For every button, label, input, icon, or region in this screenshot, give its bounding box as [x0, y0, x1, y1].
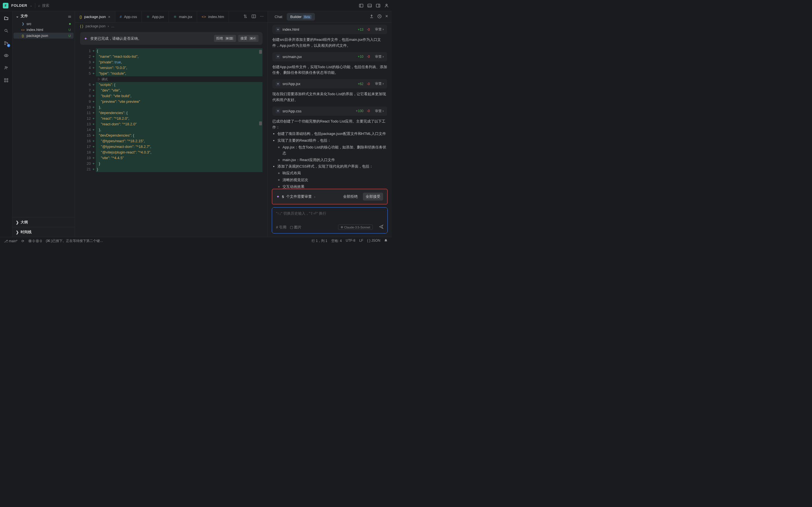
separator — [35, 3, 35, 8]
tab-builder[interactable]: BuilderBeta — [287, 13, 315, 20]
folder-name[interactable]: FOLDER — [11, 3, 27, 8]
svg-point-7 — [5, 29, 7, 32]
language-indicator[interactable]: { } JSON — [367, 238, 380, 243]
svg-rect-4 — [376, 4, 380, 7]
tree-row-index.html[interactable]: <>index.htmlU — [13, 27, 73, 33]
tab-App.css[interactable]: #App.css — [115, 11, 142, 22]
svg-rect-16 — [7, 78, 8, 80]
review-link[interactable]: 审查 › — [375, 54, 384, 59]
svg-rect-18 — [7, 81, 8, 82]
review-link[interactable]: 审查 › — [375, 81, 384, 86]
review-label: 个文件需要审查 — [286, 194, 312, 199]
statusbar: ⎇ main* ⟳ ✕0 !0 (⌘;)已按下。正在等待按下第二个键… 行 1，… — [0, 237, 392, 245]
more-icon[interactable]: ⋯ — [260, 14, 264, 19]
indent-indicator[interactable]: 空格: 4 — [331, 238, 342, 243]
branch-indicator[interactable]: ⎇ main* — [4, 239, 17, 243]
breadcrumb[interactable]: { } package.json›… — [75, 22, 267, 30]
file-card[interactable]: +src/main.jsx+10-0审查 › — [272, 52, 387, 61]
users-icon[interactable] — [3, 65, 9, 71]
search-placeholder: 搜索 — [42, 3, 49, 8]
tab-main.jsx[interactable]: ⚛main.jsx — [169, 11, 197, 22]
svg-point-10 — [4, 44, 6, 45]
panel-left-icon[interactable] — [359, 3, 363, 8]
eye-icon[interactable] — [3, 52, 9, 59]
tab-index.htm[interactable]: <>index.htm — [197, 11, 229, 22]
panel-bottom-icon[interactable] — [367, 3, 372, 8]
file-card[interactable]: +src/App.jsx+62-0审查 › — [272, 79, 387, 89]
cursor-position[interactable]: 行 1，列 1 — [312, 238, 327, 243]
tab-package.json[interactable]: {}package.json× — [75, 11, 115, 22]
tab-App.jsx[interactable]: ⚛App.jsx — [142, 11, 169, 22]
user-icon[interactable] — [384, 3, 389, 8]
compare-icon[interactable] — [243, 14, 248, 19]
input-placeholder: "↑↓" 切换历史输入，"⇧⏎" 换行 — [276, 211, 384, 216]
tab-chat[interactable]: Chat — [271, 13, 286, 20]
sync-icon[interactable]: ⟳ — [21, 239, 24, 243]
svg-rect-15 — [4, 78, 6, 80]
search-box[interactable]: ⌕ 搜索 — [38, 3, 49, 8]
titlebar: F FOLDER ⌄ ⌕ 搜索 — [0, 0, 392, 11]
review-link[interactable]: 审查 › — [375, 109, 384, 114]
sparkle-icon: ✦ — [84, 36, 87, 41]
timeline-section[interactable]: ❯时间线 — [12, 227, 75, 237]
svg-point-14 — [6, 67, 7, 68]
svg-line-8 — [7, 31, 8, 33]
editor[interactable]: 1+ {2+ "name": "react-todo-list",3+ "pri… — [75, 48, 262, 237]
review-bar: ✦ 5 个文件需要审查 › 全部拒绝 全部接受 — [272, 189, 388, 205]
sidebar-files-header[interactable]: ⌄ 文件 ⚌ — [12, 11, 75, 21]
eol-indicator[interactable]: LF — [359, 238, 363, 243]
file-card[interactable]: +src/App.css+100-0审查 › — [272, 107, 387, 116]
accept-all-button[interactable]: 全部接受 — [363, 193, 383, 201]
review-link[interactable]: 审查 › — [375, 27, 384, 32]
sidebar: ⌄ 文件 ⚌ ❯src<>index.htmlU{}package.jsonU … — [12, 11, 75, 237]
svg-rect-2 — [368, 4, 371, 7]
sidebar-header-label: 文件 — [20, 13, 28, 18]
history-icon[interactable] — [377, 14, 382, 19]
errors-indicator[interactable]: ✕0 !0 — [28, 239, 42, 243]
reject-button[interactable]: 拒绝⌘⌫ — [214, 35, 236, 42]
change-banner: ✦ 变更已完成，请确认是否采纳。 拒绝⌘⌫ 接受⌘⏎ — [80, 32, 262, 45]
accept-button[interactable]: 接受⌘⏎ — [238, 35, 259, 42]
reject-all-button[interactable]: 全部拒绝 — [340, 193, 361, 201]
app-icon: F — [3, 3, 8, 8]
encoding-indicator[interactable]: UTF-8 — [346, 238, 355, 243]
upload-icon[interactable] — [369, 14, 374, 19]
tree-row-src[interactable]: ❯src — [13, 21, 73, 27]
chevron-down-icon[interactable]: ⌄ — [30, 4, 32, 7]
status-message: (⌘;)已按下。正在等待按下第二个键… — [46, 238, 103, 243]
svg-rect-17 — [4, 81, 6, 82]
panel-right-icon[interactable] — [376, 3, 380, 8]
file-card[interactable]: +index.html+13-0审查 › — [272, 25, 387, 34]
close-icon[interactable]: ✕ — [385, 14, 388, 19]
input-panel[interactable]: "↑↓" 切换历史输入，"⇧⏎" 换行 # 引用 ▢ 图片 ⊕ Claude-3… — [272, 207, 388, 233]
split-icon[interactable] — [252, 14, 256, 19]
svg-point-9 — [4, 41, 6, 43]
review-count: 5 — [282, 194, 284, 199]
tab-row: {}package.json×#App.css⚛App.jsx⚛main.jsx… — [75, 11, 267, 22]
send-icon[interactable] — [379, 224, 384, 230]
svg-point-12 — [6, 55, 7, 56]
svg-point-13 — [5, 66, 6, 68]
svg-point-6 — [386, 4, 388, 5]
search-activity-icon[interactable] — [3, 27, 9, 34]
close-icon[interactable]: × — [108, 15, 110, 19]
apps-icon[interactable] — [3, 77, 9, 83]
tree-row-package.json[interactable]: {}package.jsonU — [13, 33, 73, 39]
banner-message: 变更已完成，请确认是否采纳。 — [90, 36, 142, 41]
search-icon: ⌕ — [38, 3, 40, 8]
right-panel: Chat BuilderBeta ✕ +index.html+13-0审查 ›创… — [267, 11, 392, 237]
chevron-down-icon: ⌄ — [16, 14, 19, 18]
outline-section[interactable]: ❯大纲 — [12, 217, 75, 227]
activity-bar: 5 — [0, 11, 12, 237]
image-button[interactable]: ▢ 图片 — [290, 225, 302, 230]
sidebar-settings-icon[interactable]: ⚌ — [68, 14, 71, 18]
quote-button[interactable]: # 引用 — [276, 225, 287, 230]
explorer-icon[interactable] — [3, 15, 9, 21]
bell-icon[interactable]: 🔔︎ — [384, 238, 388, 243]
chevron-right-icon[interactable]: › — [314, 194, 315, 199]
scm-icon[interactable]: 5 — [3, 40, 9, 46]
model-select[interactable]: ⊕ Claude-3.5-Sonnet — [338, 224, 373, 230]
sparkle-icon: ✦ — [276, 194, 280, 199]
svg-rect-0 — [359, 4, 363, 7]
